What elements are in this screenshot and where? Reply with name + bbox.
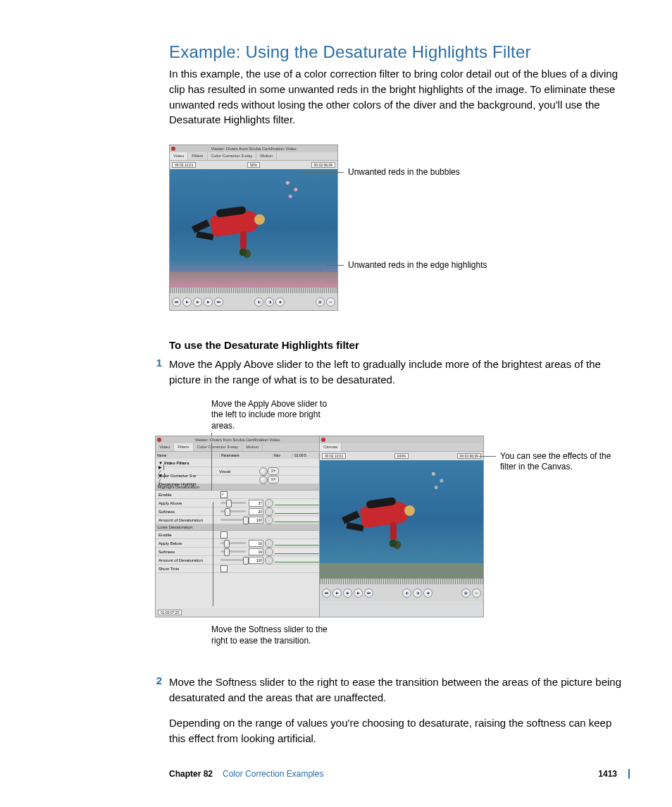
step-1: 1 Move the Apply Above slider to the lef…: [169, 357, 630, 388]
caption-softness: Move the Softness slider to the right to…: [211, 624, 338, 646]
next-edit-icon[interactable]: ⏭: [214, 297, 223, 307]
scrubber[interactable]: [170, 288, 337, 293]
prev-edit-icon[interactable]: ⏮: [322, 589, 331, 598]
param-slider[interactable]: [220, 542, 246, 544]
param-value[interactable]: 16: [249, 548, 263, 555]
param-label: Amount of Desaturation: [156, 558, 219, 562]
row-show-tints: Show Tints: [156, 565, 319, 573]
param-slider[interactable]: [220, 559, 246, 561]
tc-left[interactable]: 00:02:10;01: [172, 162, 196, 168]
step-2-number: 2: [152, 674, 162, 746]
mark-out-icon[interactable]: ◑: [413, 589, 422, 598]
tab-video-2[interactable]: Video: [156, 443, 174, 451]
play-around-icon[interactable]: ▶: [204, 297, 213, 307]
canvas-tc-right[interactable]: 00:02:06;09: [457, 453, 481, 459]
mark-in-icon[interactable]: ◐: [402, 589, 411, 598]
tc-right[interactable]: 00:02:06;09: [311, 162, 335, 168]
param-row: Amount of Desaturation100: [156, 556, 319, 565]
viewer-window: Viewer: Divers from Scuba Certification …: [169, 144, 338, 311]
canvas-zoom[interactable]: 100%: [394, 453, 409, 459]
keyframe-icon[interactable]: [265, 507, 273, 516]
canvas-tc-left[interactable]: 00:02:10;01: [322, 453, 346, 459]
keyframe-icon[interactable]: [265, 556, 273, 565]
param-slider[interactable]: [220, 510, 246, 512]
param-label: Enable: [156, 533, 219, 537]
keyframe-icon[interactable]: [265, 499, 273, 507]
param-value[interactable]: 16: [249, 540, 263, 547]
param-row: Softness16: [156, 548, 319, 556]
enable-checkbox[interactable]: [220, 491, 228, 498]
viewer-title: Viewer: Divers from Scuba Certification …: [170, 145, 337, 152]
param-value[interactable]: 100: [249, 557, 263, 564]
step-1-text: Move the Apply Above slider to the left …: [169, 357, 630, 388]
kf-btn[interactable]: 区▾: [268, 476, 279, 483]
tab-canvas[interactable]: Canvas: [320, 443, 342, 451]
param-row: Enable: [156, 491, 319, 499]
marker-icon[interactable]: ◆: [275, 297, 285, 307]
tab-cc3way-2[interactable]: Color Corrector 3-way: [194, 443, 243, 451]
play-icon[interactable]: ▶: [332, 589, 342, 598]
filters-tc-val[interactable]: 01:02:07;25: [158, 610, 182, 615]
param-slider[interactable]: [220, 550, 246, 553]
viewer-tabs: Video Filters Color Corrector 3-way Moti…: [170, 152, 337, 161]
mark-out-icon[interactable]: ◑: [265, 297, 274, 307]
keyframe-icon[interactable]: [265, 548, 273, 556]
param-label: Enable: [156, 493, 219, 497]
param-value[interactable]: 100: [249, 517, 263, 524]
figure-1-callouts: Unwanted reds in the bubbles Unwanted re…: [348, 144, 489, 167]
kf-btn[interactable]: 区▾: [268, 467, 279, 475]
play-icon[interactable]: ▶: [343, 589, 352, 598]
match-frame-icon[interactable]: ▦: [316, 297, 325, 307]
mark-clip-icon[interactable]: ▭: [472, 589, 481, 598]
marker-icon[interactable]: ◆: [423, 589, 433, 598]
show-tints-checkbox[interactable]: [220, 565, 228, 572]
tab-filters-2[interactable]: Filters: [174, 443, 193, 451]
prev-edit-icon[interactable]: ⏮: [172, 297, 181, 307]
param-value[interactable]: 20: [249, 508, 263, 515]
callout-edge: Unwanted reds in the edge highlights: [348, 260, 487, 270]
procedure-heading: To use the Desaturate Highlights filter: [169, 339, 630, 351]
pointer-line-bottom: [213, 502, 213, 606]
play-icon[interactable]: ▶: [354, 589, 363, 598]
section-lows: Lows Desaturation: [156, 524, 319, 531]
reset-icon[interactable]: [259, 467, 268, 476]
canvas-title: [320, 436, 483, 443]
keyframe-icon[interactable]: [265, 539, 273, 548]
step-1-number: 1: [152, 357, 162, 388]
intro-paragraph: In this example, the use of a color corr…: [169, 66, 630, 128]
callout-bubbles: Unwanted reds in the bubbles: [348, 167, 460, 177]
play-icon[interactable]: ▶: [193, 297, 202, 307]
play-in-out-icon[interactable]: ▶: [182, 297, 192, 307]
footer-title: Color Correction Examples: [223, 769, 323, 779]
zoom-pct[interactable]: 50%: [247, 162, 260, 168]
param-slider[interactable]: [220, 519, 246, 521]
timecode-row: 00:02:10;01 50% 00:02:06;09: [170, 161, 337, 169]
footer-chapter: Chapter 82: [169, 769, 213, 779]
param-slider[interactable]: [220, 502, 246, 504]
param-value[interactable]: 37: [249, 500, 263, 507]
match-frame-icon[interactable]: ▦: [461, 589, 471, 598]
canvas-scrubber[interactable]: [320, 579, 483, 584]
tab-motion-2[interactable]: Motion: [242, 443, 263, 451]
pink-highlights: [170, 259, 337, 288]
tab-video[interactable]: Video: [170, 152, 188, 160]
tab-filters[interactable]: Filters: [188, 152, 207, 160]
keyframe-icon[interactable]: [265, 516, 273, 524]
page-heading: Example: Using the Desaturate Highlights…: [169, 42, 630, 62]
param-row: Softness20: [156, 507, 319, 516]
mark-clip-icon[interactable]: ▭: [326, 297, 335, 307]
param-label: Apply Above: [156, 501, 219, 505]
mark-in-icon[interactable]: ◐: [254, 297, 263, 307]
tab-cc3way[interactable]: Color Corrector 3-way: [208, 152, 257, 160]
footer-page: 1413: [598, 769, 617, 779]
filters-tabs: Video Filters Color Corrector 3-way Moti…: [156, 443, 319, 452]
row-desat-hi[interactable]: ▼ Desaturate Highligh 区▾: [156, 476, 319, 484]
enable-checkbox[interactable]: [220, 531, 228, 538]
transport-bar: ⏮ ▶ ▶ ▶ ⏭ ◐ ◑ ◆ ▦ ▭: [170, 293, 337, 310]
tab-motion[interactable]: Motion: [256, 152, 277, 160]
reset-icon[interactable]: [259, 476, 268, 484]
param-row: Amount of Desaturation100: [156, 516, 319, 524]
param-row: Apply Below16: [156, 539, 319, 548]
next-edit-icon[interactable]: ⏭: [364, 589, 373, 598]
step-2-text: Move the Softness slider to the right to…: [169, 674, 630, 706]
